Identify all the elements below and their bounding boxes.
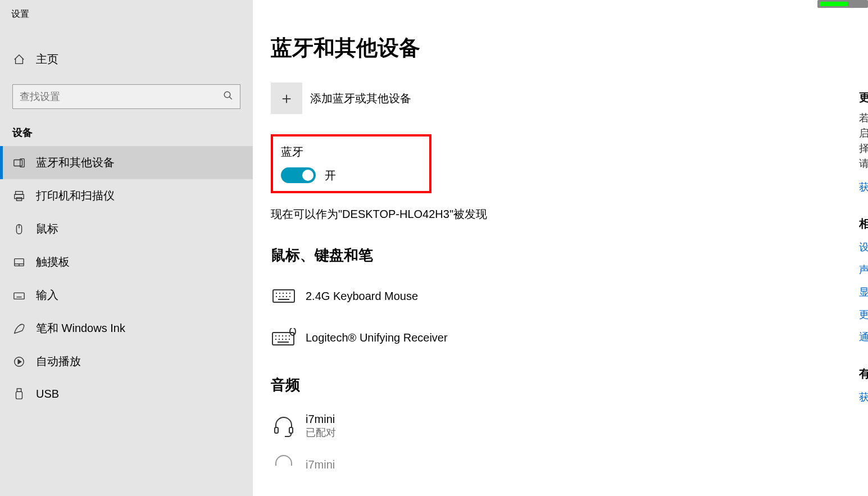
autoplay-icon (12, 355, 26, 368)
right-link[interactable]: 获 (859, 180, 868, 194)
nav-mouse[interactable]: 鼠标 (0, 212, 253, 245)
device-name: 2.4G Keyboard Mouse (306, 290, 418, 303)
right-link[interactable]: 设 (859, 240, 868, 254)
bluetooth-toggle[interactable] (281, 167, 316, 183)
bluetooth-label: 蓝牙 (281, 144, 420, 160)
nav-item-label: USB (36, 388, 59, 401)
svg-rect-21 (16, 392, 22, 399)
add-device-label: 添加蓝牙或其他设备 (310, 91, 411, 106)
discoverable-text: 现在可以作为"DESKTOP-HLO42H3"被发现 (271, 207, 859, 222)
nav-typing[interactable]: 输入 (0, 279, 253, 312)
svg-rect-48 (289, 427, 293, 433)
app-title: 设置 (0, 0, 253, 26)
nav-autoplay[interactable]: 自动播放 (0, 345, 253, 378)
right-link[interactable]: 通 (859, 330, 868, 344)
right-heading: 相 (859, 216, 868, 231)
pen-icon (12, 322, 26, 335)
right-link[interactable]: 声 (859, 263, 868, 276)
right-link[interactable]: 显 (859, 285, 868, 299)
sidebar: 设置 主页 设备 蓝牙和其他设备 打印机和扫描仪 鼠标 (0, 0, 253, 496)
device-name: Logitech® Unifying Receiver (306, 331, 448, 344)
toggle-state: 开 (325, 168, 336, 183)
right-link[interactable]: 更 (859, 308, 868, 321)
headset-icon (271, 452, 297, 477)
svg-rect-4 (16, 191, 23, 194)
device-name: i7mini (306, 413, 336, 426)
mouse-icon (12, 222, 26, 236)
right-text: 请 (859, 156, 868, 171)
printer-icon (12, 189, 26, 203)
add-device-button[interactable]: ＋ 添加蓝牙或其他设备 (271, 83, 859, 114)
device-item[interactable]: 2.4G Keyboard Mouse (271, 275, 859, 317)
device-status: 已配对 (306, 426, 336, 439)
search-input[interactable] (20, 91, 223, 103)
right-text: 若 (859, 111, 868, 126)
search-box[interactable] (12, 84, 240, 109)
right-text: 择 (859, 141, 868, 156)
nav-item-label: 触摸板 (36, 254, 70, 270)
svg-rect-6 (16, 197, 21, 201)
svg-rect-47 (275, 427, 278, 433)
page-title: 蓝牙和其他设备 (271, 34, 859, 62)
svg-rect-2 (14, 160, 22, 166)
window-indicator (817, 0, 868, 8)
nav-touchpad[interactable]: 触摸板 (0, 245, 253, 279)
keyboard-icon (12, 289, 26, 302)
category-audio: 音频 (271, 375, 859, 395)
nav-home-label: 主页 (36, 52, 58, 67)
nav-item-label: 输入 (36, 288, 58, 303)
nav-printers[interactable]: 打印机和扫描仪 (0, 179, 253, 212)
nav-item-label: 鼠标 (36, 221, 58, 236)
nav-home[interactable]: 主页 (0, 43, 253, 76)
keyboard-receiver-icon (271, 325, 297, 351)
plus-icon: ＋ (279, 88, 294, 109)
right-link[interactable]: 获 (859, 390, 868, 404)
touchpad-icon (12, 256, 26, 269)
category-mouse-keyboard: 鼠标、键盘和笔 (271, 245, 859, 265)
nav-item-label: 自动播放 (36, 354, 81, 369)
headset-icon (271, 413, 297, 439)
keyboard-device-icon (271, 283, 297, 309)
svg-rect-5 (15, 194, 24, 198)
usb-icon (12, 387, 26, 401)
search-icon (223, 90, 233, 103)
main-content: 蓝牙和其他设备 ＋ 添加蓝牙或其他设备 蓝牙 开 现在可以作为"DESKTOP-… (253, 0, 859, 496)
device-item[interactable]: i7mini 已配对 (271, 405, 859, 447)
svg-rect-12 (14, 293, 24, 299)
toggle-knob (302, 170, 313, 181)
section-label: 设备 (0, 120, 253, 146)
device-name: i7mini (306, 458, 335, 471)
nav-usb[interactable]: USB (0, 378, 253, 409)
bluetooth-toggle-row: 开 (281, 167, 420, 183)
nav-item-label: 蓝牙和其他设备 (36, 155, 115, 170)
right-text: 启 (859, 126, 868, 141)
device-item[interactable]: Logitech® Unifying Receiver (271, 317, 859, 358)
nav-pen[interactable]: 笔和 Windows Ink (0, 312, 253, 345)
right-heading: 更 (859, 90, 868, 105)
right-heading: 有 (859, 366, 868, 381)
home-icon (12, 53, 26, 66)
svg-point-46 (290, 328, 296, 335)
nav-bluetooth[interactable]: 蓝牙和其他设备 (0, 146, 253, 179)
svg-point-0 (224, 92, 230, 98)
svg-rect-20 (17, 389, 21, 392)
bluetooth-highlight: 蓝牙 开 (271, 134, 431, 193)
device-item[interactable]: i7mini (271, 444, 859, 485)
svg-line-1 (229, 97, 232, 99)
devices-icon (12, 156, 26, 170)
svg-marker-19 (18, 360, 21, 363)
nav-item-label: 打印机和扫描仪 (36, 188, 115, 203)
nav-item-label: 笔和 Windows Ink (36, 321, 125, 336)
add-device-icon-box: ＋ (271, 83, 302, 114)
right-panel: 更 若 启 择 请 获 相 设 声 显 更 通 有 获 (859, 0, 868, 496)
